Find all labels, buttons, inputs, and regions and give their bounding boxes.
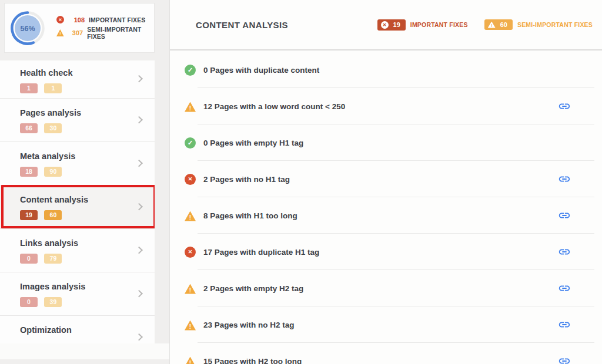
- check-row: 15 Pages with H2 too long: [170, 343, 602, 364]
- important-fixes-summary: ✕ 108 IMPORTANT FIXES: [56, 16, 154, 23]
- sidebar-nav: Health check 1 1 Pages analysis 66 30 Me…: [0, 60, 155, 343]
- error-circle-icon: ✕: [381, 21, 389, 29]
- link-icon[interactable]: [557, 245, 571, 259]
- semi-important-fixes-count: 307: [69, 29, 83, 36]
- semi-important-fixes-count: 60: [500, 21, 507, 28]
- sidebar-item-label: Health check: [20, 68, 155, 77]
- check-row: 0 Pages with empty H1 tag: [170, 124, 602, 161]
- sidebar-item-label: Links analysis: [20, 238, 155, 248]
- important-count-badge: 0: [20, 297, 38, 307]
- important-fixes-badge: ✕ 19: [377, 19, 406, 31]
- sidebar-item-label: Content analysis: [20, 195, 155, 204]
- important-fixes-count: 19: [393, 21, 400, 28]
- semi-important-fixes-summary: ! 307 SEMI-IMPORTANT FIXES: [56, 26, 154, 40]
- score-value: 56%: [20, 24, 35, 32]
- link-icon[interactable]: [557, 99, 571, 113]
- seo-audit-app: 56% ✕ 108 IMPORTANT FIXES ! 307 SEMI-IMP…: [0, 0, 602, 364]
- sidebar-item-label: Optimization: [20, 325, 155, 335]
- check-row: 0 Pages with duplicate content: [170, 52, 602, 88]
- page-title: CONTENT ANALYSIS: [196, 20, 288, 30]
- error-icon: [185, 174, 196, 185]
- semi-important-count-badge: 90: [44, 167, 62, 177]
- error-icon: [185, 247, 196, 258]
- score-gauge: 56%: [9, 10, 46, 46]
- check-row: 23 Pages with no H2 tag: [170, 306, 602, 343]
- check-text: 0 Pages with empty H1 tag: [203, 139, 303, 147]
- sidebar-item-label: Images analysis: [20, 282, 155, 291]
- link-icon[interactable]: [557, 281, 571, 295]
- success-icon: [185, 65, 196, 76]
- check-text: 8 Pages with H1 too long: [203, 211, 297, 220]
- check-text: 2 Pages with empty H2 tag: [203, 284, 303, 293]
- check-row: 12 Pages with a low word count < 250: [170, 88, 602, 124]
- warning-triangle-icon: !: [488, 22, 496, 28]
- sidebar-item-optimization[interactable]: Optimization: [0, 316, 155, 343]
- check-text: 15 Pages with H2 too long: [203, 357, 302, 364]
- link-icon[interactable]: [557, 208, 571, 223]
- check-row: 2 Pages with empty H2 tag: [170, 270, 602, 306]
- check-text: 17 Pages with duplicate H1 tag: [203, 248, 319, 257]
- important-fixes-count: 108: [69, 16, 85, 23]
- sidebar-item-meta-analysis[interactable]: Meta analysis 18 90: [0, 142, 155, 186]
- important-count-badge: 1: [20, 83, 38, 93]
- check-text: 0 Pages with duplicate content: [203, 66, 319, 75]
- check-text: 2 Pages with no H1 tag: [203, 175, 290, 184]
- success-icon: [185, 137, 196, 149]
- sidebar-item-links-analysis[interactable]: Links analysis 0 79: [0, 229, 155, 272]
- bottom-strip: [0, 343, 169, 359]
- warning-icon: [185, 321, 196, 331]
- semi-important-fixes-label: SEMI-IMPORTANT FIXES: [87, 26, 154, 40]
- important-count-badge: 66: [20, 123, 38, 133]
- check-row: 8 Pages with H1 too long: [170, 197, 602, 234]
- semi-important-fixes-label: SEMI-IMPORTANT FIXES: [517, 21, 593, 28]
- main-header: CONTENT ANALYSIS ✕ 19 IMPORTANT FIXES ! …: [170, 0, 602, 50]
- sidebar-item-images-analysis[interactable]: Images analysis 0 39: [0, 272, 155, 316]
- semi-important-count-badge: 60: [44, 210, 62, 220]
- check-text: 12 Pages with a low word count < 250: [203, 102, 345, 111]
- semi-important-count-badge: 1: [44, 83, 62, 93]
- important-count-badge: 0: [20, 254, 38, 264]
- check-list: 0 Pages with duplicate content 12 Pages …: [170, 52, 602, 364]
- warning-icon: [185, 102, 196, 112]
- check-row: 17 Pages with duplicate H1 tag: [170, 234, 602, 270]
- sidebar-item-label: Meta analysis: [20, 151, 155, 161]
- semi-important-count-badge: 39: [44, 297, 62, 307]
- important-count-badge: 18: [20, 167, 38, 177]
- sidebar-item-content-analysis[interactable]: Content analysis 19 60: [0, 186, 155, 229]
- link-icon[interactable]: [557, 172, 571, 186]
- semi-important-fixes-badge: ! 60: [484, 19, 513, 30]
- sidebar-item-pages-analysis[interactable]: Pages analysis 66 30: [0, 99, 155, 142]
- important-count-badge: 19: [20, 210, 38, 220]
- error-circle-icon: ✕: [56, 16, 64, 23]
- warning-icon: [185, 284, 196, 294]
- semi-important-count-badge: 30: [44, 123, 62, 133]
- warning-triangle-icon: !: [56, 29, 64, 36]
- link-icon[interactable]: [557, 318, 571, 332]
- important-fixes-label: IMPORTANT FIXES: [410, 21, 468, 28]
- warning-icon: [185, 357, 196, 364]
- main-panel: CONTENT ANALYSIS ✕ 19 IMPORTANT FIXES ! …: [169, 0, 602, 364]
- semi-important-count-badge: 79: [44, 254, 62, 264]
- sidebar-item-label: Pages analysis: [20, 108, 155, 117]
- sidebar-item-health-check[interactable]: Health check 1 1: [0, 60, 155, 99]
- link-icon[interactable]: [557, 354, 571, 364]
- sidebar: 56% ✕ 108 IMPORTANT FIXES ! 307 SEMI-IMP…: [0, 0, 155, 343]
- check-text: 23 Pages with no H2 tag: [203, 321, 295, 329]
- check-row: 2 Pages with no H1 tag: [170, 161, 602, 197]
- important-fixes-label: IMPORTANT FIXES: [89, 16, 145, 23]
- score-overview-card: 56% ✕ 108 IMPORTANT FIXES ! 307 SEMI-IMP…: [4, 3, 155, 53]
- warning-icon: [185, 211, 196, 221]
